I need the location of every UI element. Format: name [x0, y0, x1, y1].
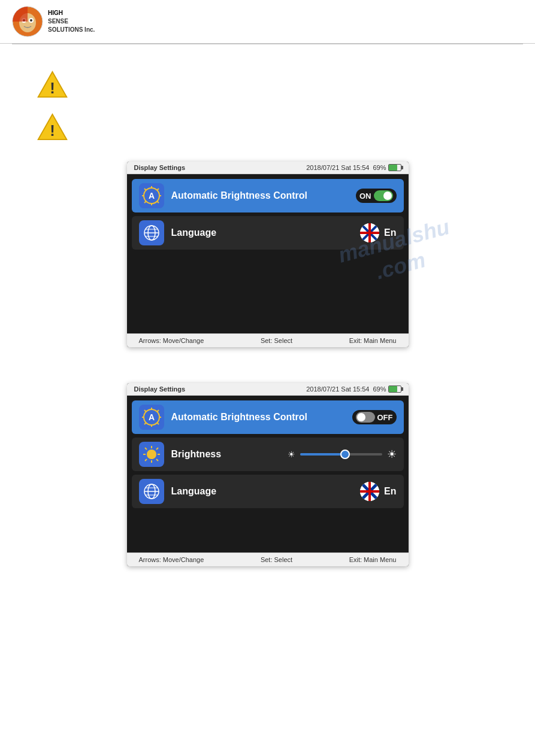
svg-rect-63	[360, 490, 379, 493]
svg-line-19	[144, 201, 146, 203]
menu-spacer-1b	[132, 293, 404, 329]
logo-text: HIGH SENSE SOLUTIONS Inc.	[48, 9, 95, 34]
language-label-1: Language	[171, 227, 353, 238]
header: HIGH SENSE SOLUTIONS Inc.	[0, 0, 535, 44]
svg-line-50	[145, 448, 147, 450]
status-bar-1: Display Settings 2018/07/21 Sat 15:54 69…	[127, 162, 409, 174]
battery-icon-1	[388, 164, 401, 171]
auto-brightness-row-1[interactable]: A Automatic Brightness Control ON	[132, 179, 404, 212]
brightness-row-2[interactable]: Brightness ☀ ☀	[132, 438, 404, 471]
uk-flag-svg-1	[360, 223, 379, 242]
footer-bar-1: Arrows: Move/Change Set: Select Exit: Ma…	[127, 333, 409, 347]
footer-exit-2: Exit: Main Menu	[349, 556, 397, 563]
svg-line-40	[144, 410, 146, 412]
brightness-label-2: Brightness	[171, 449, 280, 460]
language-row-2[interactable]: Language En	[132, 475, 404, 508]
svg-text:!: !	[50, 122, 55, 139]
display-settings-title-1: Display Settings	[134, 164, 186, 171]
footer-arrows-2: Arrows: Move/Change	[139, 556, 204, 563]
battery-percent-2: 69%	[373, 385, 386, 393]
datetime-2: 2018/07/21 Sat 15:54	[306, 385, 369, 393]
device-screenshots: Display Settings 2018/07/21 Sat 15:54 69…	[36, 162, 499, 566]
footer-arrows-1: Arrows: Move/Change	[139, 337, 204, 344]
toggle-on-1[interactable]: ON	[356, 189, 397, 203]
lang-code-2: En	[384, 486, 396, 497]
footer-bar-2: Arrows: Move/Change Set: Select Exit: Ma…	[127, 552, 409, 566]
svg-line-52	[156, 448, 158, 450]
menu-area-2: A Automatic Brightness Control OFF	[127, 396, 409, 552]
menu-spacer-2	[132, 512, 404, 548]
menu-spacer-1	[132, 253, 404, 289]
battery-1: 69%	[373, 164, 401, 171]
svg-line-18	[157, 189, 159, 190]
svg-line-42	[157, 410, 159, 412]
sun-icon-2	[139, 442, 164, 467]
battery-fill-1	[389, 165, 397, 171]
svg-line-41	[157, 423, 159, 424]
svg-text:!: !	[50, 80, 55, 96]
slider-fill-2	[300, 453, 345, 456]
svg-point-6	[30, 19, 32, 22]
logo: HIGH SENSE SOLUTIONS Inc.	[12, 6, 95, 37]
battery-percent-1: 69%	[373, 164, 386, 171]
auto-brightness-label-2: Automatic Brightness Control	[171, 412, 345, 423]
globe-svg-2	[143, 482, 161, 500]
brightness-slider-2[interactable]: ☀ ☀	[288, 448, 397, 461]
battery-2: 69%	[373, 385, 401, 393]
svg-line-53	[145, 459, 147, 461]
brightness-a-icon: A	[141, 185, 162, 207]
toggle-off-label-2: OFF	[377, 413, 393, 422]
language-label-2: Language	[171, 486, 353, 497]
warning-icon-1: !	[36, 68, 69, 101]
warning-icon-2: !	[36, 111, 69, 144]
status-bar-2: Display Settings 2018/07/21 Sat 15:54 69…	[127, 383, 409, 396]
slider-sun-small-2: ☀	[288, 450, 295, 459]
brightness-control-icon-2: A	[139, 405, 164, 430]
lang-container-1: En	[360, 223, 396, 242]
uk-flag-icon-2	[360, 482, 379, 501]
auto-brightness-row-2[interactable]: A Automatic Brightness Control OFF	[132, 400, 404, 434]
svg-line-17	[157, 201, 159, 203]
datetime-1: 2018/07/21 Sat 15:54	[306, 164, 369, 171]
globe-icon-2	[139, 479, 164, 504]
lang-container-2: En	[360, 482, 396, 501]
toggle-switch-off-2[interactable]	[356, 412, 375, 423]
menu-area-1: A Automatic Brightness Control ON	[127, 174, 409, 333]
svg-point-45	[147, 450, 156, 459]
slider-track-2[interactable]	[300, 453, 382, 456]
svg-line-51	[156, 459, 158, 461]
status-bar-right-2: 2018/07/21 Sat 15:54 69%	[306, 385, 401, 393]
footer-set-2: Set: Select	[261, 556, 292, 563]
toggle-on-label-1: ON	[359, 192, 371, 201]
lang-code-1: En	[384, 227, 396, 238]
footer-exit-1: Exit: Main Menu	[349, 337, 397, 344]
battery-fill-2	[389, 386, 397, 392]
status-bar-right-1: 2018/07/21 Sat 15:54 69%	[306, 164, 401, 171]
screenshot-1: Display Settings 2018/07/21 Sat 15:54 69…	[127, 162, 409, 347]
slider-sun-large-2: ☀	[387, 448, 397, 461]
uk-flag-icon-1	[360, 223, 379, 242]
svg-rect-32	[360, 232, 379, 234]
warning-section: ! !	[36, 68, 499, 144]
svg-line-16	[144, 189, 146, 190]
globe-svg-1	[143, 224, 161, 242]
brightness-control-icon-1: A	[139, 183, 164, 208]
brightness-a-icon-2: A	[141, 406, 162, 428]
svg-text:A: A	[148, 412, 154, 422]
slider-thumb-2[interactable]	[340, 450, 350, 459]
screenshot-2: Display Settings 2018/07/21 Sat 15:54 69…	[127, 383, 409, 566]
main-content: ! ! manualshu .com Display Settings 2018…	[0, 44, 535, 578]
auto-brightness-label-1: Automatic Brightness Control	[171, 190, 349, 201]
svg-text:A: A	[148, 191, 154, 201]
logo-icon	[12, 6, 43, 37]
footer-set-1: Set: Select	[261, 337, 292, 344]
display-settings-title-2: Display Settings	[134, 385, 186, 393]
svg-line-43	[144, 423, 146, 424]
uk-flag-svg-2	[360, 482, 379, 501]
toggle-switch-on-1[interactable]	[374, 190, 393, 201]
globe-icon-1	[139, 220, 164, 245]
language-row-1[interactable]: Language	[132, 216, 404, 250]
sun-svg-2	[143, 445, 161, 463]
battery-icon-2	[388, 385, 401, 393]
toggle-off-2[interactable]: OFF	[352, 410, 397, 424]
